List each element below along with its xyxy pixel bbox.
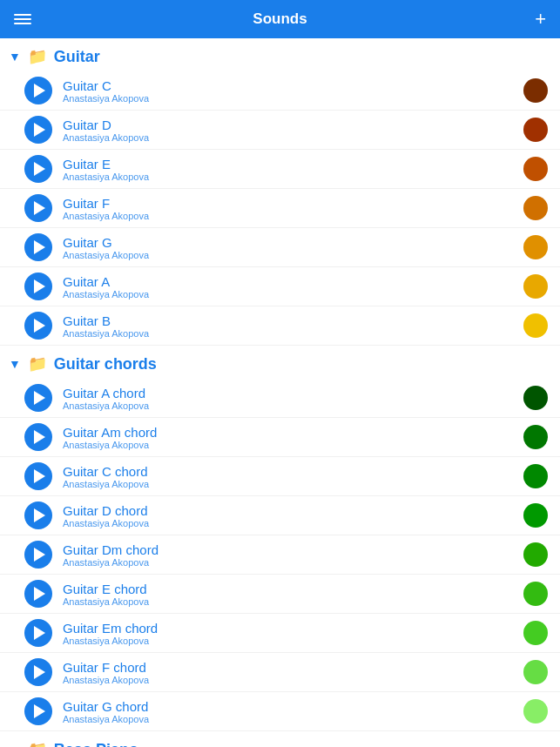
item-title: Guitar D <box>63 118 523 132</box>
color-dot <box>523 582 548 606</box>
item-text: Guitar D Anastasiya Akopova <box>63 118 523 143</box>
item-subtitle: Anastasiya Akopova <box>63 479 523 489</box>
item-title: Guitar A chord <box>63 386 523 400</box>
play-icon <box>34 162 45 176</box>
play-button[interactable] <box>24 384 52 412</box>
play-button[interactable] <box>24 580 52 608</box>
main-content: ▼ 📁 Guitar Guitar C Anastasiya Akopova G… <box>0 38 560 747</box>
folder-icon: 📁 <box>28 354 47 374</box>
play-button[interactable] <box>24 194 52 222</box>
play-button[interactable] <box>24 233 52 261</box>
folder-icon: 📁 <box>28 740 47 747</box>
item-text: Guitar E Anastasiya Akopova <box>63 157 523 182</box>
color-dot <box>523 313 548 338</box>
list-item: Guitar G chord Anastasiya Akopova <box>0 692 560 731</box>
play-button[interactable] <box>24 77 52 104</box>
list-item: Guitar D chord Anastasiya Akopova <box>0 496 560 535</box>
item-text: Guitar A Anastasiya Akopova <box>63 274 523 299</box>
add-button[interactable]: + <box>535 10 546 29</box>
item-subtitle: Anastasiya Akopova <box>63 675 523 685</box>
play-button[interactable] <box>24 541 52 569</box>
play-button[interactable] <box>24 697 52 725</box>
play-icon <box>34 240 45 254</box>
item-text: Guitar Em chord Anastasiya Akopova <box>63 621 523 646</box>
item-title: Guitar G chord <box>63 699 523 714</box>
item-subtitle: Anastasiya Akopova <box>63 211 523 221</box>
item-subtitle: Anastasiya Akopova <box>63 328 523 339</box>
item-title: Guitar B <box>63 313 523 328</box>
item-subtitle: Anastasiya Akopova <box>63 636 523 646</box>
item-text: Guitar D chord Anastasiya Akopova <box>63 503 523 528</box>
item-title: Guitar G <box>63 235 523 250</box>
item-subtitle: Anastasiya Akopova <box>63 93 523 104</box>
chevron-icon: ▼ <box>9 50 21 64</box>
play-icon <box>34 319 45 333</box>
play-icon <box>34 279 45 293</box>
item-text: Guitar Am chord Anastasiya Akopova <box>63 425 523 450</box>
folder-icon: 📁 <box>28 47 47 66</box>
color-dot <box>523 157 548 181</box>
play-icon <box>34 587 45 601</box>
list-item: Guitar C Anastasiya Akopova <box>0 71 560 111</box>
color-dot <box>523 196 548 220</box>
item-title: Guitar Em chord <box>63 621 523 636</box>
play-icon <box>34 665 45 679</box>
section-header-guitar[interactable]: ▼ 📁 Guitar <box>0 38 560 71</box>
color-dot <box>523 386 548 410</box>
play-icon <box>34 391 45 405</box>
item-title: Guitar A <box>63 274 523 289</box>
list-item: Guitar Dm chord Anastasiya Akopova <box>0 535 560 575</box>
color-dot <box>523 464 548 488</box>
list-item: Guitar Am chord Anastasiya Akopova <box>0 418 560 457</box>
color-dot <box>523 235 548 259</box>
section-title: Guitar chords <box>54 355 157 374</box>
item-subtitle: Anastasiya Akopova <box>63 557 523 568</box>
item-title: Guitar D chord <box>63 503 523 518</box>
play-button[interactable] <box>24 619 52 647</box>
play-button[interactable] <box>24 155 52 183</box>
color-dot <box>523 425 548 449</box>
play-button[interactable] <box>24 423 52 451</box>
menu-button[interactable] <box>14 14 31 24</box>
play-icon <box>34 123 45 137</box>
section-title: Bass Piano <box>54 741 138 748</box>
section-header-bass-piano[interactable]: ▼ 📁 Bass Piano <box>0 731 560 747</box>
color-dot <box>523 699 548 723</box>
item-subtitle: Anastasiya Akopova <box>63 250 523 260</box>
play-button[interactable] <box>24 273 52 300</box>
play-button[interactable] <box>24 501 52 529</box>
item-subtitle: Anastasiya Akopova <box>63 400 523 411</box>
play-button[interactable] <box>24 462 52 490</box>
item-subtitle: Anastasiya Akopova <box>63 518 523 528</box>
play-button[interactable] <box>24 658 52 686</box>
play-icon <box>34 201 45 215</box>
color-dot <box>523 118 548 142</box>
app-header: Sounds + <box>0 0 560 38</box>
item-text: Guitar G chord Anastasiya Akopova <box>63 699 523 724</box>
color-dot <box>523 660 548 684</box>
item-text: Guitar B Anastasiya Akopova <box>63 313 523 339</box>
item-text: Guitar F chord Anastasiya Akopova <box>63 660 523 685</box>
list-item: Guitar C chord Anastasiya Akopova <box>0 457 560 496</box>
item-text: Guitar G Anastasiya Akopova <box>63 235 523 260</box>
play-icon <box>34 704 45 718</box>
item-title: Guitar Am chord <box>63 425 523 440</box>
list-item: Guitar E chord Anastasiya Akopova <box>0 575 560 614</box>
play-button[interactable] <box>24 116 52 144</box>
item-subtitle: Anastasiya Akopova <box>63 714 523 724</box>
section-header-guitar-chords[interactable]: ▼ 📁 Guitar chords <box>0 346 560 379</box>
list-item: Guitar Em chord Anastasiya Akopova <box>0 614 560 653</box>
list-item: Guitar A chord Anastasiya Akopova <box>0 379 560 418</box>
play-button[interactable] <box>24 312 52 340</box>
list-item: Guitar D Anastasiya Akopova <box>0 111 560 150</box>
play-icon <box>34 626 45 640</box>
item-title: Guitar C <box>63 78 523 93</box>
list-item: Guitar B Anastasiya Akopova <box>0 306 560 346</box>
list-item: Guitar F chord Anastasiya Akopova <box>0 653 560 692</box>
item-text: Guitar C Anastasiya Akopova <box>63 78 523 104</box>
item-subtitle: Anastasiya Akopova <box>63 289 523 299</box>
item-text: Guitar F Anastasiya Akopova <box>63 196 523 221</box>
play-icon <box>34 508 45 522</box>
item-text: Guitar C chord Anastasiya Akopova <box>63 464 523 489</box>
play-icon <box>34 84 45 98</box>
